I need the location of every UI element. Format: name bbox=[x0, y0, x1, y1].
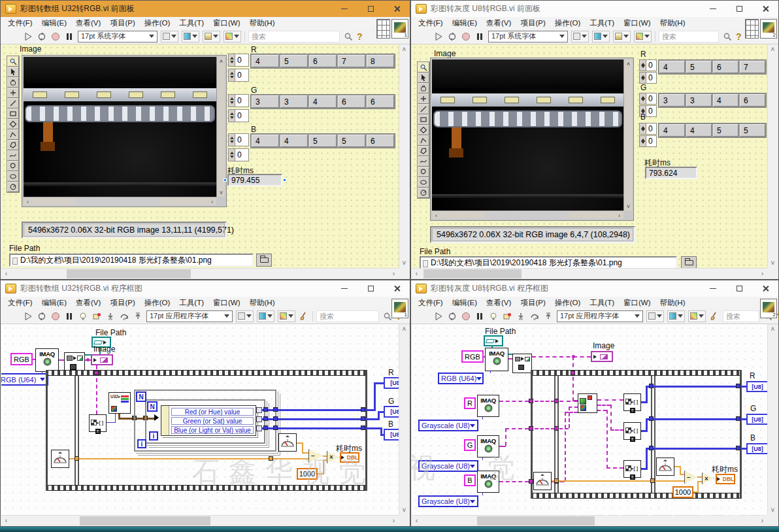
inner-loop-iterator[interactable]: i bbox=[149, 431, 158, 441]
search-input[interactable] bbox=[316, 310, 379, 322]
reorder-dropdown[interactable] bbox=[688, 310, 706, 322]
pan-tool[interactable] bbox=[418, 83, 429, 93]
menu-project[interactable]: 项目(P) bbox=[105, 298, 139, 308]
resize-objects-dropdown[interactable] bbox=[203, 31, 220, 42]
menu-file[interactable]: 文件(F) bbox=[414, 18, 448, 28]
run-button[interactable] bbox=[23, 311, 33, 322]
font-selector[interactable]: 17pt 应用程序字体 bbox=[557, 310, 643, 322]
inner-loop-count[interactable]: N bbox=[147, 401, 157, 412]
menu-view[interactable]: 查看(V) bbox=[71, 298, 105, 308]
run-continuous-button[interactable] bbox=[37, 31, 47, 42]
array-b-index-0[interactable]: 0 bbox=[639, 123, 657, 135]
constant-1000[interactable]: 1000 bbox=[672, 486, 693, 498]
font-selector[interactable]: 17pt 系统字体 bbox=[78, 31, 157, 42]
menu-edit[interactable]: 编辑(E) bbox=[448, 298, 482, 308]
run-button[interactable] bbox=[433, 311, 444, 322]
r-array-indicator[interactable]: [U8] bbox=[384, 377, 399, 389]
sequence-structure-border[interactable] bbox=[531, 370, 742, 376]
abort-button[interactable] bbox=[50, 311, 61, 322]
cluster-unbundle[interactable]: Red (or Hue) value Green (or Sat) value … bbox=[161, 405, 256, 436]
titlebar[interactable]: 彩图转灰度 U8转RGB.vi 前面板 bbox=[411, 1, 778, 17]
array-b-cells[interactable]: 44556 bbox=[250, 133, 395, 148]
array-g-index-1[interactable]: 0 bbox=[228, 109, 249, 122]
array-g-index-0[interactable]: 0 bbox=[228, 94, 249, 107]
connector-pane-icon[interactable] bbox=[745, 19, 759, 39]
close-button[interactable] bbox=[752, 280, 778, 297]
g-array-indicator[interactable]: [U8] bbox=[384, 406, 399, 418]
imaq-create-node[interactable]: IMAQ bbox=[477, 395, 499, 417]
elapsed-indicator-terminal[interactable]: DBL bbox=[340, 452, 359, 463]
menu-window[interactable]: 窗口(W) bbox=[619, 298, 655, 308]
search-input[interactable] bbox=[723, 310, 759, 322]
b-array-indicator[interactable]: [U8] bbox=[384, 429, 399, 441]
menu-tools[interactable]: 工具(T) bbox=[174, 18, 208, 28]
clean-up-diagram-button[interactable] bbox=[709, 311, 720, 322]
b-string-constant[interactable]: B bbox=[464, 474, 476, 486]
image-hscrollbar[interactable]: ‹› bbox=[24, 197, 216, 205]
menu-tools[interactable]: 工具(T) bbox=[585, 18, 619, 28]
menu-view[interactable]: 查看(V) bbox=[482, 298, 516, 308]
menu-project[interactable]: 项目(P) bbox=[516, 298, 550, 308]
polyline-tool[interactable] bbox=[7, 129, 19, 140]
retain-wire-values-button[interactable] bbox=[91, 311, 102, 322]
distribute-objects-dropdown[interactable] bbox=[592, 31, 610, 42]
minimize-button[interactable] bbox=[331, 280, 357, 297]
image-vscrollbar[interactable]: ˄˅ bbox=[623, 59, 632, 210]
maximize-button[interactable] bbox=[357, 1, 384, 17]
search-icon[interactable] bbox=[722, 31, 733, 42]
step-out-button[interactable] bbox=[543, 311, 554, 322]
polyline-tool[interactable] bbox=[418, 135, 429, 146]
b-array-indicator[interactable]: [U8] bbox=[746, 443, 768, 454]
browse-button[interactable] bbox=[681, 256, 697, 269]
window-hscrollbar[interactable]: ‹› bbox=[412, 515, 767, 525]
tick-count-timer-node[interactable] bbox=[656, 457, 674, 476]
menu-view[interactable]: 查看(V) bbox=[482, 18, 516, 28]
taskbar-edge[interactable] bbox=[0, 527, 779, 532]
imaq-create-node[interactable]: IMAQ bbox=[477, 435, 499, 457]
search-icon[interactable] bbox=[343, 31, 354, 42]
array-r-cells[interactable]: 45678 bbox=[250, 54, 395, 69]
step-over-button[interactable] bbox=[529, 311, 540, 322]
image-indicator-terminal[interactable] bbox=[591, 351, 613, 362]
tick-count-timer-node[interactable] bbox=[533, 472, 552, 490]
image-indicator-terminal[interactable] bbox=[91, 354, 113, 365]
pan-tool[interactable] bbox=[7, 77, 19, 88]
imaq-create-node[interactable]: IMAQ bbox=[35, 348, 59, 372]
menu-help[interactable]: 帮助(H) bbox=[655, 18, 690, 28]
align-objects-dropdown[interactable] bbox=[646, 310, 664, 322]
array-b-index-1[interactable]: 0 bbox=[639, 135, 657, 147]
abort-button[interactable] bbox=[50, 31, 61, 42]
free-region-tool[interactable] bbox=[7, 161, 19, 171]
subtract-node[interactable]: − bbox=[308, 449, 323, 463]
line-tool[interactable] bbox=[418, 104, 429, 114]
image-viewport[interactable] bbox=[24, 57, 216, 197]
window-vscrollbar[interactable]: ˄˅ bbox=[767, 324, 778, 515]
menu-help[interactable]: 帮助(H) bbox=[655, 298, 690, 308]
zoom-tool[interactable] bbox=[418, 62, 429, 73]
point-tool[interactable] bbox=[7, 88, 19, 98]
menu-tools[interactable]: 工具(T) bbox=[174, 298, 208, 308]
step-over-button[interactable] bbox=[119, 311, 129, 322]
imaq-create-node[interactable]: IMAQ bbox=[477, 471, 499, 493]
array-g-cells[interactable]: 33466 bbox=[250, 94, 395, 109]
u32-to-rgb-node[interactable]: U32▸ bbox=[108, 392, 131, 414]
image-viewport[interactable] bbox=[432, 59, 623, 210]
align-objects-dropdown[interactable] bbox=[571, 31, 589, 42]
file-path-control[interactable]: D:\我的文档\项目\2019\20190418 形光灯条整条\01.png bbox=[420, 256, 677, 269]
minimize-button[interactable] bbox=[700, 1, 726, 17]
align-objects-dropdown[interactable] bbox=[161, 31, 178, 42]
polygon-tool[interactable] bbox=[418, 146, 429, 156]
pause-button[interactable] bbox=[474, 31, 485, 42]
run-continuous-button[interactable] bbox=[447, 311, 457, 322]
reorder-dropdown[interactable] bbox=[224, 31, 241, 42]
rgb-string-constant[interactable]: RGB bbox=[461, 350, 484, 363]
array-r-index-0[interactable]: 0 bbox=[639, 59, 657, 71]
menu-file[interactable]: 文件(F) bbox=[3, 298, 37, 308]
point-tool[interactable] bbox=[418, 93, 429, 104]
image-type-enum[interactable]: RGB (U64) bbox=[1, 373, 48, 386]
maximize-button[interactable] bbox=[726, 280, 752, 297]
menu-help[interactable]: 帮助(H) bbox=[245, 18, 280, 28]
step-into-button[interactable] bbox=[516, 311, 526, 322]
line-tool[interactable] bbox=[7, 98, 19, 108]
array-g-index-0[interactable]: 0 bbox=[639, 93, 657, 105]
